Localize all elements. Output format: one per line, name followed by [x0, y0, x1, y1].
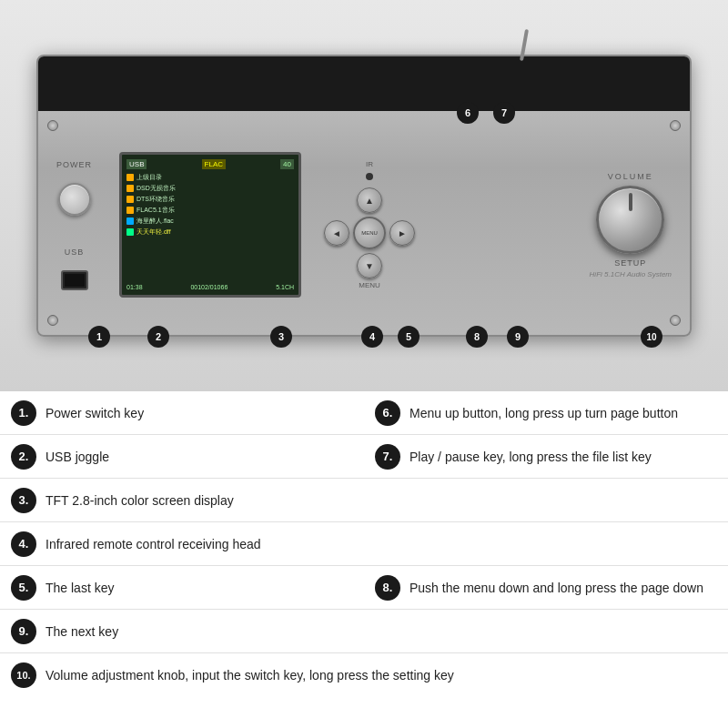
label-text-5: The last key [46, 581, 114, 595]
badge-8: 8. [375, 575, 400, 601]
label-row-2-7: 2. USB joggle 7. Play / pause key, long … [0, 435, 728, 479]
badge-3: 3. [11, 488, 36, 513]
callout-7: 7 [493, 102, 515, 124]
callout-2: 2 [147, 326, 169, 348]
screen-footer: 01:38 00102/01066 5.1CH [126, 284, 294, 290]
device-body: POWER USB USB FLAC 40 上级目录 [38, 111, 690, 339]
label-text-10: Volume adjustment knob, input the switch… [46, 668, 454, 682]
badge-1: 1. [11, 400, 36, 426]
callout-6: 6 [457, 102, 479, 124]
callout-1: 1 [88, 326, 110, 348]
file-name: 海里醉人.flac [136, 217, 174, 226]
folder-icon [126, 185, 134, 192]
nav-btn-up[interactable]: ▲ [357, 187, 382, 213]
power-button[interactable] [58, 183, 91, 216]
num-badge: 40 [280, 159, 294, 169]
ir-dot [366, 173, 373, 180]
badge-6: 6. [375, 400, 400, 426]
label-cell-2: 2. USB joggle [0, 435, 364, 478]
flac-badge: FLAC [202, 159, 226, 169]
setup-label: SETUP [614, 258, 646, 268]
callout-9: 9 [507, 326, 529, 348]
badge-9: 9. [11, 619, 36, 644]
usb-badge: USB [126, 159, 147, 169]
label-cell-7: 7. Play / pause key, long press the file… [364, 435, 728, 478]
label-cell-10: 10. Volume adjustment knob, input the sw… [0, 653, 728, 697]
music-icon [126, 217, 134, 225]
label-row-9: 9. The next key [0, 610, 728, 653]
label-text-7: Play / pause key, long press the file li… [410, 450, 652, 464]
nav-btn-right[interactable]: ► [389, 220, 415, 246]
volume-label: VOLUME [608, 172, 653, 181]
label-row-5-8: 5. The last key 8. Push the menu down an… [0, 566, 728, 610]
badge-2: 2. [11, 444, 36, 470]
file-item: 海里醉人.flac [126, 216, 294, 227]
usb-inner [65, 274, 85, 287]
menu-label: MENU [359, 281, 380, 289]
playing-icon [126, 228, 134, 236]
label-cell-9: 9. The next key [0, 610, 728, 652]
file-list: 上级目录 DSD无损音乐 DTS环绕音乐 FLAC5.1音乐 [126, 172, 294, 238]
callout-3: 3 [270, 326, 292, 348]
usb-label: USB [65, 248, 85, 257]
nav-section: IR ▲ ▼ ◄ ► MENU MENU [324, 160, 415, 289]
nav-center-button[interactable]: MENU [353, 217, 386, 249]
right-controls: VOLUME SETUP HiFi 5.1CH Audio System [590, 172, 672, 278]
file-name: DSD无损音乐 [136, 184, 176, 193]
file-name: 上级目录 [136, 173, 162, 182]
label-text-9: The next key [46, 624, 118, 639]
file-item: DTS环绕音乐 [126, 194, 294, 205]
badge-5: 5. [11, 575, 36, 601]
badge-10: 10. [11, 662, 36, 688]
label-cell-4: 4. Infrared remote control receiving hea… [0, 522, 728, 565]
file-name-highlight: 天天年轻.dff [136, 228, 171, 237]
channel-display: 5.1CH [276, 284, 294, 290]
device-area: POWER USB USB FLAC 40 上级目录 [0, 0, 728, 391]
label-cell-8: 8. Push the menu down and long press the… [364, 566, 728, 609]
label-cell-6: 6. Menu up button, long press up turn pa… [364, 391, 728, 434]
folder-icon [126, 174, 134, 181]
callout-10: 10 [641, 326, 662, 348]
label-cell-3: 3. TFT 2.8-inch color screen display [0, 479, 728, 521]
badge-7: 7. [375, 444, 400, 470]
power-label: POWER [56, 160, 92, 169]
menu-text: MENU [361, 230, 378, 236]
callout-8: 8 [466, 326, 488, 348]
label-text-2: USB joggle [46, 450, 109, 464]
device-chassis: POWER USB USB FLAC 40 上级目录 [36, 55, 692, 337]
time-display: 01:38 [126, 284, 143, 290]
device-top-strip [38, 56, 690, 111]
file-item: DSD无损音乐 [126, 183, 294, 194]
label-row-10: 10. Volume adjustment knob, input the sw… [0, 653, 728, 697]
callout-5: 5 [398, 326, 420, 348]
file-item: 上级目录 [126, 172, 294, 183]
folder-icon [126, 207, 134, 214]
badge-4: 4. [11, 531, 36, 557]
display-screen: USB FLAC 40 上级目录 DSD无损音乐 DTS环绕音乐 [119, 152, 301, 298]
label-text-4: Infrared remote control receiving head [46, 537, 261, 551]
callout-4: 4 [361, 326, 383, 348]
label-text-6: Menu up button, long press up turn page … [410, 406, 678, 420]
nav-cross: ▲ ▼ ◄ ► MENU [324, 187, 415, 278]
label-cell-1: 1. Power switch key [0, 391, 364, 434]
nav-btn-left[interactable]: ◄ [324, 220, 349, 246]
left-controls: POWER USB [56, 160, 92, 290]
file-item: FLAC5.1音乐 [126, 205, 294, 216]
label-cell-5: 5. The last key [0, 566, 364, 609]
volume-knob[interactable] [596, 186, 664, 254]
folder-icon [126, 196, 134, 203]
labels-section: 1. Power switch key 6. Menu up button, l… [0, 391, 728, 697]
label-text-8: Push the menu down and long press the pa… [410, 581, 703, 595]
file-name: FLAC5.1音乐 [136, 206, 175, 215]
hifi-label: HiFi 5.1CH Audio System [590, 270, 672, 278]
screen-header: USB FLAC 40 [126, 159, 294, 169]
usb-port[interactable] [61, 270, 88, 290]
ir-label: IR [366, 160, 373, 168]
file-name: DTS环绕音乐 [136, 195, 175, 204]
nav-btn-down[interactable]: ▼ [357, 253, 382, 278]
label-text-3: TFT 2.8-inch color screen display [46, 493, 234, 508]
label-row-3: 3. TFT 2.8-inch color screen display [0, 479, 728, 522]
label-row-4: 4. Infrared remote control receiving hea… [0, 522, 728, 566]
label-row-1-6: 1. Power switch key 6. Menu up button, l… [0, 391, 728, 435]
track-display: 00102/01066 [190, 284, 228, 290]
